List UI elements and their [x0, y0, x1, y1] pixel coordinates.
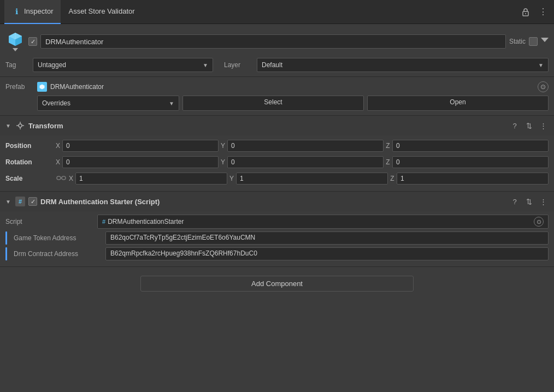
- position-label: Position: [5, 142, 55, 150]
- game-token-value[interactable]: B62qoCf7aTcRyTp5gE2ctjEzimEoET6o6YauCMN: [105, 231, 549, 245]
- scale-x-label: X: [68, 175, 74, 182]
- open-button[interactable]: Open: [367, 96, 549, 111]
- scale-z-input[interactable]: [397, 173, 549, 185]
- position-x-input[interactable]: [62, 140, 219, 152]
- tabs-bar: ℹ Inspector Asset Store Validator ⋮: [0, 0, 554, 24]
- drm-contract-row: Drm Contract Address B62qmRpcfka2rcHpueg…: [5, 247, 549, 260]
- tabs-actions: ⋮: [519, 5, 550, 19]
- gameobject-cube-icon: [5, 29, 25, 49]
- prefab-actions-row: Overrides ▼ Select Open: [37, 96, 549, 111]
- svg-point-10: [19, 124, 22, 127]
- script-value-text: DRMAuthenticationStarter: [108, 218, 184, 225]
- more-icon: ⋮: [539, 7, 547, 17]
- more-options-btn[interactable]: ⋮: [537, 5, 550, 19]
- prefab-name-row: DRMAuthenticator ⊙: [37, 81, 549, 92]
- static-label: Static: [509, 38, 526, 45]
- script-hash-badge: #: [15, 197, 25, 206]
- overrides-dropdown[interactable]: Overrides ▼: [37, 96, 179, 111]
- prefab-cube-icon: [39, 84, 45, 90]
- game-token-row: Game Token Address B62qoCf7aTcRyTp5gE2ct…: [5, 231, 549, 245]
- tab-asset-store-validator[interactable]: Asset Store Validator: [61, 0, 142, 24]
- transform-icon: [15, 121, 25, 130]
- scale-y-label: Y: [228, 175, 235, 182]
- position-x-label: X: [55, 142, 61, 150]
- prefab-select-circle-btn[interactable]: ⊙: [538, 81, 549, 92]
- rotation-z-field: Z: [385, 156, 549, 168]
- overrides-label: Overrides: [42, 99, 70, 107]
- position-y-input[interactable]: [227, 140, 384, 152]
- position-row: Position X Y Z: [5, 139, 549, 153]
- position-xyz: X Y Z: [55, 140, 549, 152]
- transform-title: Transform: [28, 122, 506, 130]
- link-icon: [56, 174, 66, 182]
- tag-dropdown[interactable]: Untagged ▼: [33, 58, 213, 72]
- position-z-input[interactable]: [392, 140, 549, 152]
- drm-settings-btn[interactable]: ⇅: [523, 196, 534, 207]
- tag-dropdown-arrow: ▼: [203, 62, 208, 68]
- go-dropdown-arrow[interactable]: [13, 48, 18, 54]
- transform-more-btn[interactable]: ⋮: [538, 120, 549, 131]
- tag-layer-row: Tag Untagged ▼ Layer Default ▼: [5, 58, 549, 72]
- gameobject-header: Static Tag Untagged ▼ Layer Default ▼: [0, 24, 554, 77]
- inspector-tab-icon: ℹ: [12, 7, 21, 16]
- tag-label: Tag: [5, 61, 27, 69]
- drm-script-component: ▼ # DRM Authentication Starter (Script) …: [0, 192, 554, 267]
- game-token-label: Game Token Address: [14, 234, 101, 242]
- lock-icon: [522, 8, 529, 16]
- svg-marker-9: [40, 85, 45, 90]
- prefab-row: Prefab DRMAuthenticator ⊙ Overrides ▼ Se…: [0, 77, 554, 116]
- transform-help-btn[interactable]: ?: [509, 120, 520, 131]
- game-token-accent: [5, 231, 7, 245]
- tab-inspector[interactable]: ℹ Inspector: [4, 0, 61, 24]
- drm-script-header[interactable]: ▼ # DRM Authentication Starter (Script) …: [0, 192, 554, 211]
- transform-settings-btn[interactable]: ⇅: [523, 120, 534, 131]
- scale-xyz: X Y Z: [68, 173, 549, 185]
- drm-help-btn[interactable]: ?: [509, 196, 520, 207]
- prefab-name: DRMAuthenticator: [50, 83, 534, 91]
- layer-dropdown-arrow: ▼: [538, 62, 544, 68]
- drm-collapse-arrow: ▼: [5, 199, 12, 205]
- prefab-label: Prefab: [5, 83, 33, 91]
- svg-point-1: [525, 13, 526, 14]
- script-hash-icon: #: [102, 218, 105, 225]
- static-dropdown-arrow[interactable]: [541, 38, 549, 45]
- rotation-z-label: Z: [385, 158, 391, 166]
- drm-contract-label: Drm Contract Address: [14, 250, 101, 258]
- script-circle-select-btn[interactable]: ⊙: [534, 217, 544, 227]
- drm-enabled-checkbox[interactable]: [28, 197, 37, 206]
- rotation-y-input[interactable]: [227, 156, 384, 168]
- cube-svg: [7, 31, 24, 48]
- scale-z-field: Z: [389, 173, 549, 185]
- gameobject-name-input[interactable]: [40, 34, 506, 49]
- add-component-button[interactable]: Add Component: [140, 276, 414, 292]
- scale-z-label: Z: [389, 175, 396, 182]
- scale-x-input[interactable]: [75, 173, 227, 185]
- lock-icon-btn[interactable]: [519, 5, 532, 19]
- layer-value: Default: [262, 61, 282, 69]
- drm-script-title: DRM Authentication Starter (Script): [40, 198, 506, 206]
- drm-more-btn[interactable]: ⋮: [538, 196, 549, 207]
- rotation-z-input[interactable]: [392, 156, 549, 168]
- select-button[interactable]: Select: [182, 96, 364, 111]
- drm-script-body: Script # DRMAuthenticationStarter ⊙ Game…: [0, 211, 554, 266]
- scale-x-field: X: [68, 173, 227, 185]
- overrides-arrow: ▼: [169, 100, 174, 106]
- transform-actions: ? ⇅ ⋮: [509, 120, 549, 131]
- inspector-content: Static Tag Untagged ▼ Layer Default ▼ Pr…: [0, 24, 554, 300]
- scale-y-input[interactable]: [236, 173, 388, 185]
- prefab-title-row: Prefab DRMAuthenticator ⊙: [5, 81, 549, 92]
- rotation-x-input[interactable]: [62, 156, 219, 168]
- script-field-label: Script: [5, 218, 93, 225]
- svg-rect-15: [57, 176, 61, 180]
- scale-y-field: Y: [228, 173, 388, 185]
- transform-body: Position X Y Z: [0, 135, 554, 191]
- rotation-y-label: Y: [220, 158, 226, 166]
- transform-component-header[interactable]: ▼ Transform ? ⇅ ⋮: [0, 116, 554, 135]
- position-z-field: Z: [385, 140, 549, 152]
- position-y-label: Y: [220, 142, 226, 150]
- drm-contract-value[interactable]: B62qmRpcfka2rcHpueg938hnFsZQ6RHf67hDuC0: [105, 247, 549, 260]
- rotation-x-field: X: [55, 156, 219, 168]
- static-checkbox[interactable]: [529, 37, 538, 46]
- layer-dropdown[interactable]: Default ▼: [257, 58, 549, 72]
- gameobject-enabled-checkbox[interactable]: [28, 37, 37, 46]
